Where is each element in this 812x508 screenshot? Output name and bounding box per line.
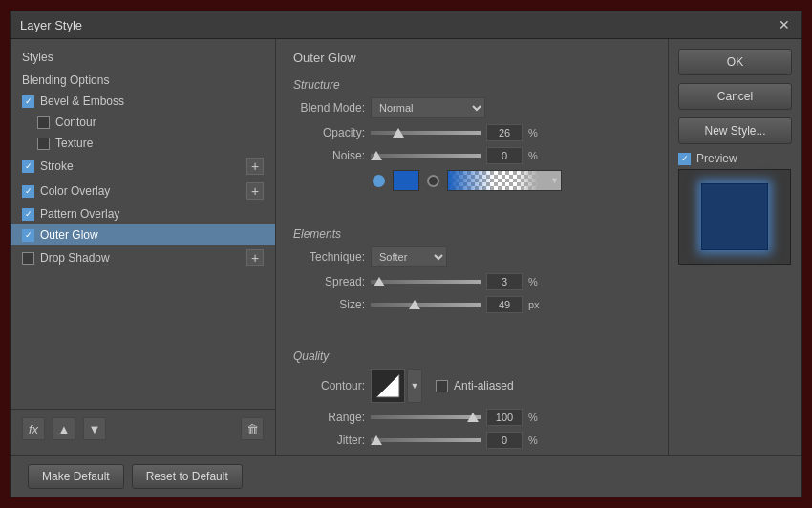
bevel-emboss-label: Bevel & Emboss bbox=[40, 95, 124, 108]
blend-mode-label: Blend Mode: bbox=[293, 101, 365, 115]
jitter-unit: % bbox=[528, 434, 538, 446]
solid-color-radio[interactable] bbox=[373, 175, 385, 187]
contour-checkbox[interactable] bbox=[37, 116, 50, 129]
preview-label-row: Preview bbox=[678, 152, 792, 165]
pattern-overlay-label: Pattern Overlay bbox=[40, 207, 119, 221]
title-bar: Layer Style ✕ bbox=[11, 11, 801, 39]
blending-options-label: Blending Options bbox=[22, 74, 109, 87]
preview-label: Preview bbox=[696, 152, 737, 165]
technique-select[interactable]: Softer Precise bbox=[371, 246, 447, 267]
dialog-body: Styles Blending Options Bevel & Emboss C… bbox=[11, 39, 801, 455]
size-slider[interactable] bbox=[371, 303, 481, 307]
contour-label: Contour: bbox=[293, 379, 365, 392]
jitter-input[interactable]: 0 bbox=[486, 432, 523, 449]
section-title: Outer Glow bbox=[293, 51, 651, 65]
structure-title: Structure bbox=[293, 78, 651, 92]
anti-alias-checkbox[interactable] bbox=[436, 380, 448, 392]
anti-alias-row: Anti-aliased bbox=[436, 379, 514, 392]
sidebar-item-outer-glow[interactable]: Outer Glow bbox=[11, 224, 275, 245]
range-slider[interactable] bbox=[371, 415, 481, 419]
move-down-button[interactable]: ▼ bbox=[83, 417, 106, 440]
spread-slider[interactable] bbox=[371, 280, 481, 284]
opacity-input[interactable]: 26 bbox=[486, 124, 523, 141]
noise-unit: % bbox=[528, 150, 538, 161]
contour-label: Contour bbox=[55, 116, 96, 129]
color-swatch[interactable] bbox=[393, 170, 419, 191]
spread-row: Spread: 3 % bbox=[293, 273, 651, 290]
jitter-slider[interactable] bbox=[371, 438, 481, 442]
stroke-checkbox[interactable] bbox=[22, 160, 34, 173]
fx-button[interactable]: fx bbox=[22, 417, 45, 440]
preview-checkbox[interactable] bbox=[678, 153, 691, 165]
quality-section: Quality Contour: ▼ Anti-alia bbox=[293, 349, 651, 455]
texture-checkbox[interactable] bbox=[37, 138, 50, 150]
color-overlay-checkbox[interactable] bbox=[22, 185, 34, 198]
range-label: Range: bbox=[293, 411, 365, 424]
opacity-slider[interactable] bbox=[371, 131, 481, 135]
pattern-overlay-checkbox[interactable] bbox=[22, 208, 34, 221]
bevel-emboss-checkbox[interactable] bbox=[22, 95, 34, 108]
outer-glow-label: Outer Glow bbox=[40, 228, 98, 242]
noise-slider[interactable] bbox=[371, 154, 481, 158]
blend-mode-select[interactable]: Normal Multiply Screen Overlay bbox=[371, 97, 485, 118]
gradient-radio[interactable] bbox=[427, 175, 439, 187]
reset-to-default-button[interactable]: Reset to Default bbox=[132, 464, 243, 489]
sidebar-item-pattern-overlay[interactable]: Pattern Overlay bbox=[11, 203, 275, 224]
sidebar-item-texture[interactable]: Texture bbox=[11, 133, 275, 154]
elements-section: Elements Technique: Softer Precise Sprea… bbox=[293, 227, 651, 319]
make-default-button[interactable]: Make Default bbox=[28, 464, 124, 489]
spread-unit: % bbox=[528, 276, 538, 287]
jitter-label: Jitter: bbox=[293, 434, 365, 447]
drop-shadow-add-button[interactable]: + bbox=[246, 249, 264, 266]
sidebar-item-color-overlay[interactable]: Color Overlay + bbox=[11, 179, 275, 203]
svg-marker-0 bbox=[376, 374, 399, 397]
size-label: Size: bbox=[293, 298, 365, 311]
layer-style-dialog: Layer Style ✕ Styles Blending Options Be… bbox=[10, 11, 802, 497]
sidebar-item-stroke[interactable]: Stroke + bbox=[11, 154, 275, 179]
stroke-label: Stroke bbox=[40, 159, 74, 173]
color-overlay-label: Color Overlay bbox=[40, 184, 110, 198]
preview-box bbox=[678, 169, 791, 265]
gradient-swatch[interactable]: ▼ bbox=[447, 170, 562, 191]
sidebar-item-blending-options[interactable]: Blending Options bbox=[11, 70, 275, 91]
sidebar-item-drop-shadow[interactable]: Drop Shadow + bbox=[11, 245, 275, 270]
left-panel: Styles Blending Options Bevel & Emboss C… bbox=[11, 39, 276, 455]
sidebar-item-contour[interactable]: Contour bbox=[11, 112, 275, 133]
noise-input[interactable]: 0 bbox=[486, 147, 523, 164]
sidebar-item-bevel-emboss[interactable]: Bevel & Emboss bbox=[11, 91, 275, 112]
anti-alias-label: Anti-aliased bbox=[454, 379, 514, 392]
opacity-row: Opacity: 26 % bbox=[293, 124, 651, 141]
styles-title: Styles bbox=[11, 47, 275, 70]
move-up-button[interactable]: ▲ bbox=[53, 417, 75, 440]
ok-button[interactable]: OK bbox=[678, 49, 792, 75]
contour-preview[interactable] bbox=[371, 369, 405, 403]
bottom-buttons: Make Default Reset to Default bbox=[11, 455, 801, 497]
stroke-add-button[interactable]: + bbox=[246, 158, 264, 175]
quality-title: Quality bbox=[293, 349, 651, 363]
close-button[interactable]: ✕ bbox=[777, 17, 792, 32]
right-panel: OK Cancel New Style... Preview bbox=[668, 39, 801, 455]
spread-label: Spread: bbox=[293, 275, 365, 288]
opacity-unit: % bbox=[528, 127, 538, 138]
drop-shadow-checkbox[interactable] bbox=[22, 252, 34, 265]
spread-input[interactable]: 3 bbox=[486, 273, 523, 290]
contour-dropdown-arrow[interactable]: ▼ bbox=[407, 369, 422, 403]
cancel-button[interactable]: Cancel bbox=[678, 83, 792, 110]
contour-row: Contour: ▼ Anti-aliased bbox=[293, 369, 651, 403]
range-input[interactable]: 100 bbox=[486, 409, 523, 426]
range-row: Range: 100 % bbox=[293, 409, 651, 426]
color-overlay-add-button[interactable]: + bbox=[246, 182, 264, 200]
gradient-arrow-icon: ▼ bbox=[550, 176, 559, 185]
delete-button[interactable]: 🗑 bbox=[241, 417, 264, 440]
blend-mode-row: Blend Mode: Normal Multiply Screen Overl… bbox=[293, 97, 651, 118]
technique-row: Technique: Softer Precise bbox=[293, 246, 651, 267]
outer-glow-checkbox[interactable] bbox=[22, 229, 34, 242]
size-row: Size: 49 px bbox=[293, 296, 651, 313]
size-unit: px bbox=[528, 299, 540, 310]
noise-row: Noise: 0 % bbox=[293, 147, 651, 164]
new-style-button[interactable]: New Style... bbox=[678, 117, 792, 144]
size-input[interactable]: 49 bbox=[486, 296, 523, 313]
drop-shadow-label: Drop Shadow bbox=[40, 251, 110, 265]
color-row: ▼ bbox=[293, 170, 651, 191]
contour-dropdown: ▼ bbox=[371, 369, 422, 403]
